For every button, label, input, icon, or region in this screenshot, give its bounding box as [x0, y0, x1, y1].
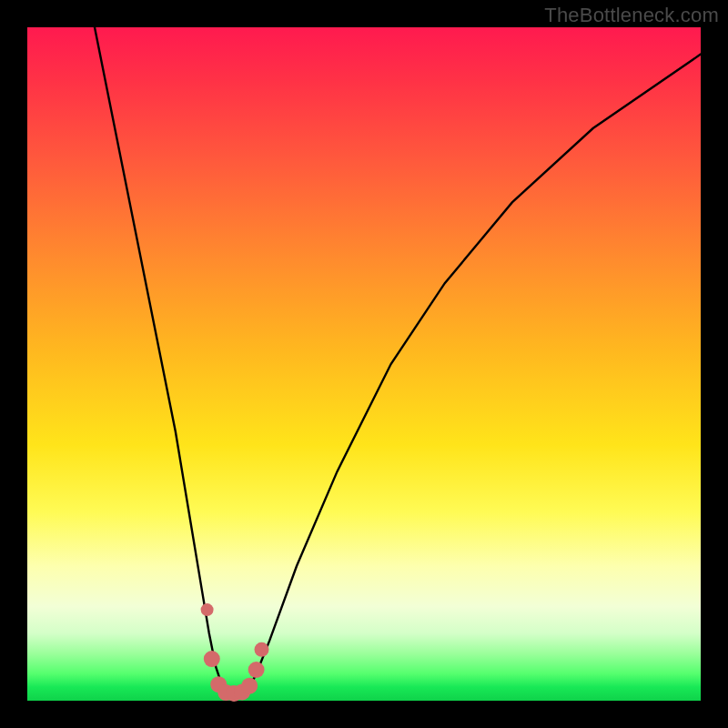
watermark-text: TheBottleneck.com: [544, 4, 719, 27]
plot-area: [27, 27, 701, 701]
curve-marker: [204, 651, 220, 667]
curve-marker: [201, 603, 214, 616]
curve-marker: [255, 642, 269, 657]
curve-marker: [248, 662, 265, 678]
curve-markers: [201, 603, 269, 702]
bottleneck-curve: [95, 27, 701, 694]
chart-svg: [27, 27, 701, 701]
chart-frame: TheBottleneck.com: [0, 0, 728, 728]
curve-marker: [241, 678, 258, 694]
